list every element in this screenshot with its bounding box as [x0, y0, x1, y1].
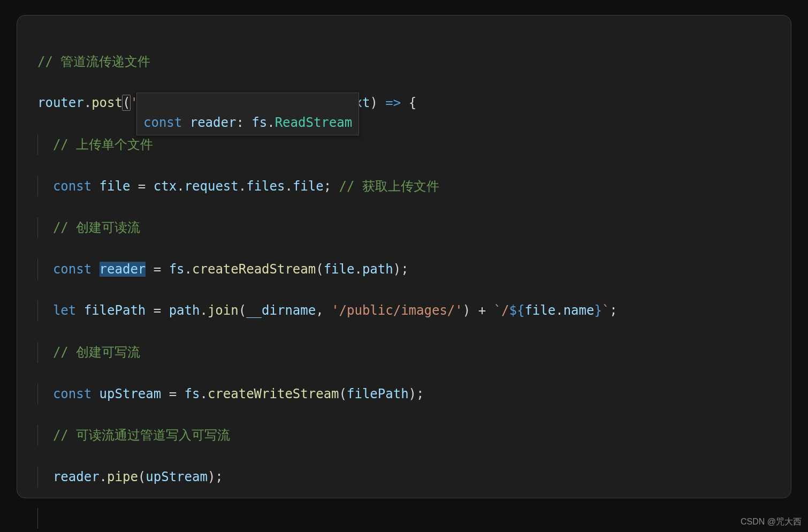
var: file — [100, 179, 131, 194]
comment: // 获取上传文件 — [339, 179, 439, 194]
code-block: // 管道流传递文件 router.post('/uploadfile', as… — [37, 31, 771, 532]
var-selected: reader — [100, 262, 146, 277]
comment: // 创建可读流 — [53, 220, 140, 235]
comment: // 上传单个文件 — [53, 137, 153, 152]
comment: // 创建可写流 — [53, 345, 140, 360]
keyword: const — [53, 179, 92, 194]
paren-open: ( — [122, 95, 131, 111]
ident: router — [37, 95, 84, 110]
code-line: // 管道流传递文件 — [37, 51, 771, 72]
method: post — [92, 95, 123, 110]
hover-tooltip: const reader: fs.ReadStream — [136, 93, 359, 135]
code-editor-frame: // 管道流传递文件 router.post('/uploadfile', as… — [17, 15, 791, 498]
comment: // 管道流传递文件 — [37, 54, 150, 69]
method: createReadStream — [192, 262, 316, 277]
watermark: CSDN @咒大西 — [741, 516, 802, 528]
comment: // 可读流通过管道写入可写流 — [53, 428, 230, 443]
